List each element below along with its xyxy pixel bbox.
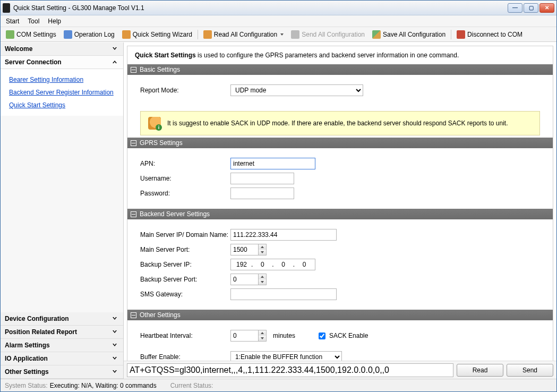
menu-bar: Start Tool Help xyxy=(1,15,556,27)
section-backend-header[interactable]: Backend Server Settings xyxy=(127,209,553,219)
maximize-button[interactable]: ▢ xyxy=(524,3,538,13)
command-bar: Read Send xyxy=(124,361,556,379)
link-quick-start[interactable]: Quick Start Settings xyxy=(9,99,123,112)
report-mode-label: Report Mode: xyxy=(140,87,230,94)
chevron-down-icon xyxy=(113,369,118,374)
main-port-spinner[interactable] xyxy=(230,244,267,255)
section-gprs-header[interactable]: GPRS Settings xyxy=(127,138,553,148)
minimize-button[interactable]: — xyxy=(508,3,522,13)
section-other-header[interactable]: Other Settings xyxy=(127,310,553,320)
apn-input[interactable] xyxy=(230,158,315,169)
section-basic-body: Report Mode: UDP mode xyxy=(127,75,553,106)
sidebar-item-welcome[interactable]: Welcome xyxy=(1,42,123,56)
quick-wizard-button[interactable]: Quick Setting Wizard xyxy=(119,29,195,40)
link-bearer-setting[interactable]: Bearer Setting Information xyxy=(9,73,123,86)
chevron-down-icon xyxy=(113,316,118,321)
operation-log-button[interactable]: Operation Log xyxy=(61,29,118,40)
toolbar-separator xyxy=(198,30,198,39)
heartbeat-label: Heartbeat Interval: xyxy=(140,332,230,339)
log-icon xyxy=(64,30,72,39)
backup-port-input[interactable] xyxy=(230,274,258,285)
send-button[interactable]: Send xyxy=(507,364,553,377)
current-status-label: Current Status: xyxy=(170,382,213,389)
sms-input[interactable] xyxy=(230,288,337,300)
password-input[interactable] xyxy=(230,188,294,199)
toolbar-separator xyxy=(451,30,451,39)
sack-checkbox-input[interactable] xyxy=(319,333,325,339)
section-gprs-body: APN: Username: Password: xyxy=(127,148,553,209)
link-backend-register[interactable]: Backend Server Register Information xyxy=(9,86,123,99)
username-input[interactable] xyxy=(230,173,294,184)
main-ip-input[interactable] xyxy=(230,229,337,241)
backup-port-spinner[interactable] xyxy=(230,274,267,285)
section-basic-header[interactable]: Basic Settings xyxy=(127,64,553,75)
app-icon xyxy=(3,3,10,13)
main-port-input[interactable] xyxy=(230,244,258,255)
menu-tool[interactable]: Tool xyxy=(28,18,39,25)
heartbeat-input[interactable] xyxy=(230,330,258,342)
chevron-down-icon xyxy=(113,356,118,361)
dropdown-icon xyxy=(280,33,284,36)
close-button[interactable]: ✕ xyxy=(539,3,554,13)
heartbeat-spinner[interactable] xyxy=(230,330,267,342)
wizard-icon xyxy=(122,30,131,39)
spin-down-icon[interactable] xyxy=(259,279,266,285)
spin-up-icon[interactable] xyxy=(259,244,266,250)
sidebar-links: Bearer Setting Information Backend Serve… xyxy=(1,69,123,116)
save-all-button[interactable]: Save All Configuration xyxy=(369,29,449,40)
status-bar: System Status: Executing: N/A, Waiting: … xyxy=(1,379,556,391)
send-all-button[interactable]: Send All Configuration xyxy=(288,29,368,40)
chevron-up-icon xyxy=(113,59,118,65)
intro-text: Quick Start Settings is used to configur… xyxy=(127,46,553,64)
spin-up-icon[interactable] xyxy=(259,330,266,336)
sidebar-item-server-connection[interactable]: Server Connection xyxy=(1,56,123,69)
collapse-icon xyxy=(131,67,136,73)
password-label: Password: xyxy=(140,190,230,197)
body: Welcome Server Connection Bearer Setting… xyxy=(1,42,556,379)
com-settings-button[interactable]: COM Settings xyxy=(3,29,59,40)
menu-start[interactable]: Start xyxy=(6,18,19,25)
app-window: Quick Start Setting - GL300 Manage Tool … xyxy=(0,0,557,392)
sms-label: SMS Gateway: xyxy=(140,291,230,298)
sidebar-item-position-report[interactable]: Position Related Report xyxy=(1,326,123,339)
heartbeat-unit: minutes xyxy=(273,332,295,339)
menu-help[interactable]: Help xyxy=(48,18,61,25)
sidebar: Welcome Server Connection Bearer Setting… xyxy=(1,42,124,379)
apn-label: APN: xyxy=(140,160,230,167)
sidebar-item-io[interactable]: IO Application xyxy=(1,352,123,365)
collapse-icon xyxy=(131,312,136,318)
report-mode-select[interactable]: UDP mode xyxy=(230,84,363,96)
system-status-value: Executing: N/A, Waiting: 0 commands xyxy=(50,382,157,389)
section-other-body: Heartbeat Interval: minutes SACK Enable xyxy=(127,320,553,361)
spin-down-icon[interactable] xyxy=(259,336,266,341)
main-ip-label: Main Server IP/ Domain Name: xyxy=(140,231,230,238)
chevron-down-icon xyxy=(113,329,118,335)
buffer-select[interactable]: 1:Enable the BUFFER function xyxy=(230,351,342,361)
command-input[interactable] xyxy=(127,363,453,377)
read-icon xyxy=(203,30,212,39)
chevron-down-icon xyxy=(113,46,118,52)
backup-ip-input[interactable]: 192.0.0.0 xyxy=(230,259,315,270)
hint-box: It is suggest to enable SACK in UDP mode… xyxy=(140,111,540,135)
read-button[interactable]: Read xyxy=(457,364,503,377)
content: Quick Start Settings is used to configur… xyxy=(124,42,556,361)
chevron-down-icon xyxy=(113,343,118,348)
plug-icon xyxy=(6,30,14,39)
read-all-button[interactable]: Read All Configuration xyxy=(200,29,287,40)
backup-port-label: Backup Server Port: xyxy=(140,276,230,283)
sidebar-item-other[interactable]: Other Settings xyxy=(1,365,123,379)
sidebar-item-alarm[interactable]: Alarm Settings xyxy=(1,339,123,352)
spin-down-icon[interactable] xyxy=(259,250,266,255)
spin-up-icon[interactable] xyxy=(259,274,266,279)
main: Quick Start Settings is used to configur… xyxy=(124,42,556,379)
section-backend-body: Main Server IP/ Domain Name: Main Server… xyxy=(127,219,553,310)
username-label: Username: xyxy=(140,175,230,182)
main-port-label: Main Server Port: xyxy=(140,246,230,253)
hint-text: It is suggest to enable SACK in UDP mode… xyxy=(167,120,508,127)
sack-enable-checkbox[interactable]: SACK Enable xyxy=(316,331,368,341)
sidebar-item-device-config[interactable]: Device Configuration xyxy=(1,312,123,326)
collapse-icon xyxy=(131,211,136,217)
disconnect-button[interactable]: Disconnect to COM xyxy=(453,29,526,40)
collapse-icon xyxy=(131,140,136,146)
info-icon xyxy=(148,117,161,130)
